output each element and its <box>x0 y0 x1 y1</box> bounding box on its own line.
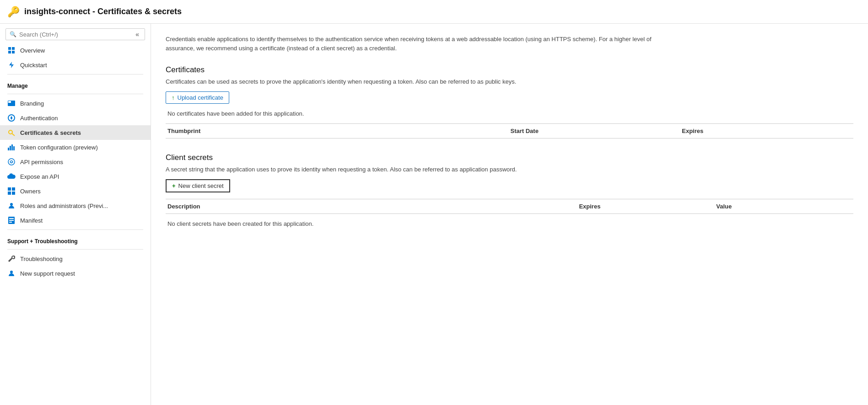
owners-icon <box>7 187 16 195</box>
sidebar-item-token[interactable]: Token configuration (preview) <box>0 140 151 155</box>
svg-line-9 <box>12 133 15 136</box>
intro-text: Credentials enable applications to ident… <box>166 35 669 53</box>
app-header: 🔑 insights-connect - Certificates & secr… <box>0 0 868 24</box>
auth-icon <box>7 114 16 122</box>
svg-rect-18 <box>12 192 15 195</box>
lightning-icon <box>7 61 16 69</box>
svg-rect-15 <box>8 187 11 191</box>
svg-rect-17 <box>8 192 11 195</box>
new-client-secret-button[interactable]: + New client secret <box>166 179 230 192</box>
certificates-empty-message: No certificates have been added for this… <box>166 104 853 123</box>
certificates-description: Certificates can be used as secrets to p… <box>166 78 853 85</box>
manage-section-label: Manage <box>0 76 151 92</box>
new-client-secret-label: New client secret <box>178 182 224 189</box>
secrets-table-header: Description Expires Value <box>166 199 853 214</box>
secrets-empty-message: No client secrets have been created for … <box>166 214 853 234</box>
sidebar-item-owners[interactable]: Owners <box>0 184 151 198</box>
key-icon <box>7 128 16 137</box>
sidebar-item-roles[interactable]: Roles and administrators (Previ... <box>0 198 151 213</box>
client-secrets-description: A secret string that the application use… <box>166 166 853 173</box>
collapse-sidebar-button[interactable]: « <box>134 31 141 38</box>
main-layout: 🔍 « Overview Quickstart Manage Brand <box>0 24 868 405</box>
search-icon: 🔍 <box>10 31 16 37</box>
sidebar-item-authentication-label: Authentication <box>20 115 58 122</box>
app-icon: 🔑 <box>7 6 20 18</box>
token-icon <box>7 143 16 151</box>
manage-divider2 <box>7 94 143 94</box>
roles-icon <box>7 202 16 210</box>
search-box[interactable]: 🔍 « <box>5 28 145 40</box>
sidebar-item-roles-label: Roles and administrators (Previ... <box>20 202 108 209</box>
certificates-table-header: Thumbprint Start Date Expires <box>166 123 853 139</box>
col-startdate-header: Start Date <box>511 128 682 134</box>
svg-rect-12 <box>11 144 13 150</box>
sidebar-item-quickstart[interactable]: Quickstart <box>0 58 151 72</box>
svg-rect-11 <box>10 146 11 150</box>
sidebar-item-overview[interactable]: Overview <box>0 43 151 58</box>
col-value-header: Value <box>716 203 853 210</box>
svg-rect-1 <box>12 47 15 50</box>
support-divider2 <box>7 249 143 250</box>
svg-rect-23 <box>9 222 12 223</box>
sidebar-item-api-label: API permissions <box>20 159 63 165</box>
certificates-section: Certificates Certificates can be used as… <box>166 65 853 139</box>
col-expires-header: Expires <box>682 128 853 134</box>
col-description-header: Description <box>166 203 579 210</box>
svg-point-8 <box>9 130 12 134</box>
svg-rect-10 <box>8 148 9 150</box>
sidebar-item-api[interactable]: API permissions <box>0 155 151 169</box>
grid-icon <box>7 46 16 54</box>
branding-icon <box>7 99 16 107</box>
sidebar-item-support-request[interactable]: New support request <box>0 266 151 281</box>
svg-rect-2 <box>8 51 11 53</box>
svg-marker-4 <box>9 62 14 68</box>
svg-point-24 <box>10 271 13 273</box>
svg-rect-3 <box>12 51 15 53</box>
sidebar-item-overview-label: Overview <box>20 47 45 54</box>
col-exp-header: Expires <box>579 203 716 210</box>
plus-icon: + <box>172 182 176 189</box>
sidebar-item-manifest-label: Manifest <box>20 217 43 224</box>
svg-point-14 <box>8 159 15 165</box>
sidebar-item-manifest[interactable]: Manifest <box>0 213 151 228</box>
sidebar-item-token-label: Token configuration (preview) <box>20 144 98 151</box>
svg-rect-0 <box>8 47 11 50</box>
support-icon <box>7 269 16 277</box>
manifest-icon <box>7 216 16 224</box>
svg-rect-16 <box>12 187 15 191</box>
svg-rect-13 <box>13 146 15 150</box>
api-icon <box>7 158 16 166</box>
main-content: Credentials enable applications to ident… <box>151 24 868 405</box>
sidebar-item-branding-label: Branding <box>20 100 44 107</box>
client-secrets-section: Client secrets A secret string that the … <box>166 153 853 234</box>
wrench-icon <box>7 255 16 263</box>
sidebar-item-support-request-label: New support request <box>20 270 75 277</box>
sidebar-item-certificates-label: Certificates & secrets <box>20 129 81 136</box>
cloud-icon <box>7 172 16 181</box>
sidebar-item-branding[interactable]: Branding <box>0 96 151 111</box>
sidebar-item-authentication[interactable]: Authentication <box>0 111 151 125</box>
search-input[interactable] <box>19 31 134 38</box>
col-thumbprint-header: Thumbprint <box>166 128 511 134</box>
svg-rect-6 <box>8 101 11 103</box>
sidebar-item-owners-label: Owners <box>20 188 41 195</box>
sidebar-item-troubleshooting[interactable]: Troubleshooting <box>0 251 151 266</box>
svg-point-19 <box>10 203 13 206</box>
certificates-title: Certificates <box>166 65 853 75</box>
upload-certificate-button[interactable]: ↑ Upload certificate <box>166 91 229 104</box>
svg-rect-22 <box>9 220 14 221</box>
manage-divider <box>7 74 143 75</box>
upload-arrow-icon: ↑ <box>172 94 175 101</box>
support-divider <box>7 229 143 230</box>
svg-rect-21 <box>9 218 14 219</box>
sidebar-item-expose-label: Expose an API <box>20 173 59 180</box>
sidebar: 🔍 « Overview Quickstart Manage Brand <box>0 24 151 405</box>
sidebar-item-certificates[interactable]: Certificates & secrets <box>0 125 151 140</box>
sidebar-item-quickstart-label: Quickstart <box>20 62 47 69</box>
support-section-label: Support + Troubleshooting <box>0 232 151 247</box>
page-title: insights-connect - Certificates & secret… <box>24 7 182 16</box>
sidebar-item-troubleshooting-label: Troubleshooting <box>20 256 63 262</box>
upload-certificate-label: Upload certificate <box>178 94 223 101</box>
sidebar-item-expose[interactable]: Expose an API <box>0 169 151 184</box>
client-secrets-title: Client secrets <box>166 153 853 162</box>
